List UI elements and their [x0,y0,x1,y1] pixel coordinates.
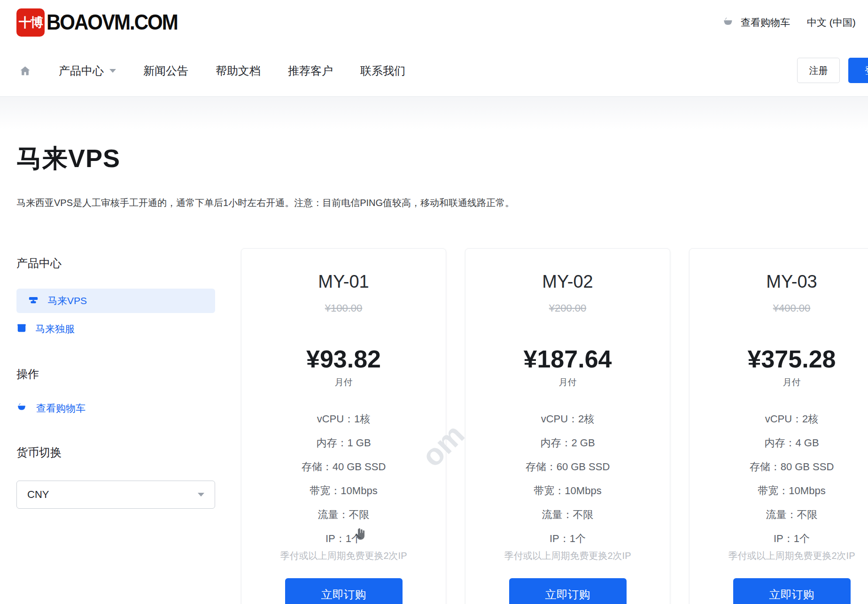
order-now-button[interactable]: 立即订购 [285,578,403,604]
spec-row: 带宽：10Mbps [699,484,868,498]
chevron-down-icon [198,493,204,497]
billing-cycle: 月付 [251,376,436,389]
spec-row: 存储：80 GB SSD [699,460,868,474]
sidebar-item-label: 马来独服 [35,322,75,336]
sidebar-actions-heading: 操作 [16,367,215,382]
pricing-card-MY-03: MY-03¥400.00¥375.28月付vCPU：2核内存：4 GB存储：80… [689,248,868,604]
nav-item-2[interactable]: 新闻公告 [143,63,188,78]
spec-row: 内存：2 GB [475,436,660,450]
logo-seal-text: 十博 [19,14,42,31]
spec-list: vCPU：2核内存：4 GB存储：80 GB SSD带宽：10Mbps流量：不限… [699,412,868,546]
sidebar-item-2[interactable]: 马来独服 [16,322,215,336]
sidebar-item-1[interactable]: 马来VPS [16,289,215,313]
logo-brand-text: BOAOVM.COM [46,10,178,35]
pricing-cards-row: MY-01¥100.00¥93.82月付vCPU：1核内存：1 GB存储：40 … [241,248,868,604]
chevron-down-icon [109,69,116,73]
spec-row: vCPU：2核 [475,412,660,426]
sidebar-currency-heading: 货币切换 [16,445,215,460]
card-note: 季付或以上周期免费更换2次IP [475,550,660,562]
shopping-basket-icon [16,401,28,415]
nav-bar: 产品中心新闻公告帮助文档推荐客户联系我们 注册 登录 [0,45,868,97]
sidebar-view-cart-link[interactable]: 查看购物车 [16,401,215,415]
login-button[interactable]: 登录 [848,58,868,83]
billing-cycle: 月付 [699,376,868,389]
box-icon [16,323,27,336]
nav-item-label: 联系我们 [360,63,405,78]
nav-item-1[interactable]: 产品中心 [59,63,116,78]
home-icon[interactable] [19,65,31,77]
spec-row: 内存：1 GB [251,436,436,450]
site-logo[interactable]: 十博 BOAOVM.COM [16,8,178,37]
card-note: 季付或以上周期免费更换2次IP [251,550,436,562]
spec-row: 流量：不限 [699,508,868,522]
nav-item-label: 帮助文档 [216,63,261,78]
spec-row: 内存：4 GB [699,436,868,450]
spec-row: 流量：不限 [475,508,660,522]
sidebar-product-list: 马来VPS马来独服 [16,289,215,336]
billing-cycle: 月付 [475,376,660,389]
top-bar-right: 查看购物车 中文 (中国) [722,0,856,45]
language-selector[interactable]: 中文 (中国) [807,16,856,29]
nav-item-label: 产品中心 [59,63,104,78]
old-price: ¥400.00 [699,302,868,314]
spec-row: IP：1个 [475,532,660,546]
order-now-button[interactable]: 立即订购 [733,578,851,604]
card-note: 季付或以上周期免费更换2次IP [699,550,868,562]
price: ¥375.28 [699,345,868,373]
spec-row: vCPU：1核 [251,412,436,426]
price: ¥93.82 [251,345,436,373]
nav-item-5[interactable]: 联系我们 [360,63,405,78]
top-bar: 十博 BOAOVM.COM 查看购物车 中文 (中国) [0,0,868,45]
main-content: 产品中心 马来VPS马来独服 操作 查看购物车 货币切换 CNY MY-01¥1… [0,248,868,604]
spec-row: IP：1个 [699,532,868,546]
logo-seal-icon: 十博 [16,8,45,37]
pricing-card-MY-02: MY-02¥200.00¥187.64月付vCPU：2核内存：2 GB存储：60… [465,248,670,604]
spec-row: 带宽：10Mbps [475,484,660,498]
server-icon [28,295,39,307]
view-cart-link[interactable]: 查看购物车 [722,15,790,30]
register-button[interactable]: 注册 [797,58,840,83]
nav-item-label: 推荐客户 [288,63,333,78]
currency-select[interactable]: CNY [16,481,215,509]
spec-row: IP：1个 [251,532,436,546]
product-name: MY-02 [475,271,660,292]
sidebar-products-heading: 产品中心 [16,256,215,271]
order-now-button[interactable]: 立即订购 [509,578,627,604]
nav-menu: 产品中心新闻公告帮助文档推荐客户联系我们 [19,63,405,78]
spec-row: vCPU：2核 [699,412,868,426]
price: ¥187.64 [475,345,660,373]
pricing-card-MY-01: MY-01¥100.00¥93.82月付vCPU：1核内存：1 GB存储：40 … [241,248,446,604]
page-title: 马来VPS [16,142,868,176]
spec-row: 带宽：10Mbps [251,484,436,498]
page-description: 马来西亚VPS是人工审核手工开通的，通常下单后1小时左右开通。注意：目前电信PI… [16,197,868,209]
spec-list: vCPU：2核内存：2 GB存储：60 GB SSD带宽：10Mbps流量：不限… [475,412,660,546]
nav-item-3[interactable]: 帮助文档 [216,63,261,78]
currency-select-value: CNY [27,489,49,501]
sidebar: 产品中心 马来VPS马来独服 操作 查看购物车 货币切换 CNY [16,248,215,509]
spec-row: 流量：不限 [251,508,436,522]
sidebar-view-cart-label: 查看购物车 [36,402,85,415]
view-cart-label: 查看购物车 [741,16,790,29]
spec-row: 存储：60 GB SSD [475,460,660,474]
spec-list: vCPU：1核内存：1 GB存储：40 GB SSD带宽：10Mbps流量：不限… [251,412,436,546]
nav-item-4[interactable]: 推荐客户 [288,63,333,78]
old-price: ¥200.00 [475,302,660,314]
product-name: MY-01 [251,271,436,292]
hero-section: 马来VPS 马来西亚VPS是人工审核手工开通的，通常下单后1小时左右开通。注意：… [0,97,868,209]
spec-row: 存储：40 GB SSD [251,460,436,474]
sidebar-item-label: 马来VPS [47,294,87,307]
shopping-basket-icon [722,15,735,30]
nav-item-label: 新闻公告 [143,63,188,78]
product-name: MY-03 [699,271,868,292]
old-price: ¥100.00 [251,302,436,314]
